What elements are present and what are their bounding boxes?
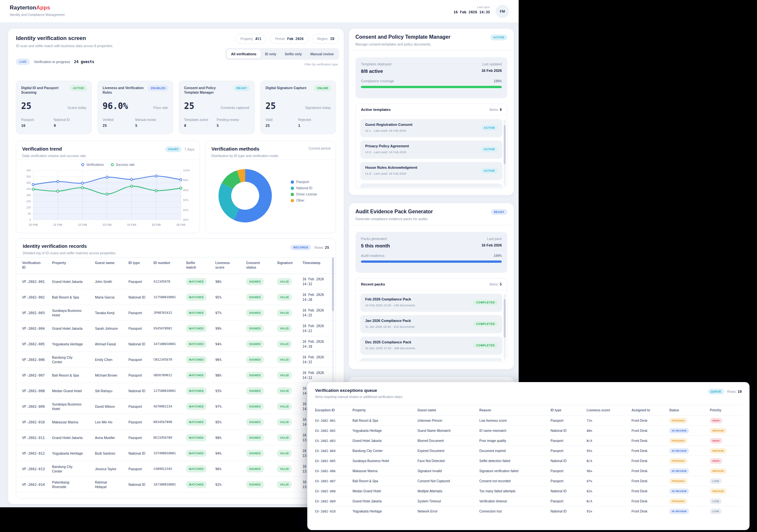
brand-logo[interactable]: RaytertonApps [10, 5, 50, 11]
cell-guest-name: Michael Brown [95, 368, 129, 383]
legend-item-success-rate: Success rate [111, 163, 135, 166]
audit-stat-value: 5 this month [361, 243, 390, 249]
high-badge: HIGH [710, 458, 722, 464]
table-row[interactable]: VF-2602-004Grand Hotel JakartaSarah John… [16, 321, 336, 336]
exception-row[interactable]: EX-2602-010Yogyakarta HeritageNetwork Er… [315, 506, 742, 517]
cell-liveness-score: 96% [215, 461, 246, 477]
audit-meta-value: 16 Feb 2026 [482, 243, 502, 247]
exception-row[interactable]: EX-2602-003Grand Hotel JakartaBlurred Do… [315, 436, 742, 446]
cell-id-number: JP98765432 [154, 305, 186, 321]
filter-period[interactable]: PeriodFeb 2026 [270, 34, 308, 44]
cell-liveness-score: 99% [215, 321, 246, 336]
cell-status: PENDING [669, 456, 710, 466]
exception-row[interactable]: EX-2602-009Grand Hotel JakartaSystem Tim… [315, 496, 742, 506]
table-row[interactable]: VF-2602-010Makassar MarinaLee Min HoPass… [16, 414, 336, 430]
exception-row[interactable]: EX-2602-007Bali Resort & SpaConsent Not … [315, 476, 742, 486]
active-badge: ACTIVE [70, 85, 87, 91]
stat-card-title: Liveness and Verification Rules [103, 85, 146, 95]
audit-generator-card: Audit Evidence Pack Generator Generate c… [349, 203, 514, 369]
consent-status-badge: ACTIVE [490, 35, 507, 40]
cell-reason: Low liveness score [479, 416, 551, 426]
table-row[interactable]: VF-2602-005Yogyakarta HeritageAhmad Fais… [16, 336, 336, 352]
signed-badge: SIGNED [246, 372, 264, 379]
exception-row[interactable]: EX-2602-002Yogyakarta HeritageGuest Name… [315, 426, 742, 436]
exception-row[interactable]: EX-2602-001Bali Resort & SpaUnknown Pers… [315, 416, 742, 426]
valid-badge: VALID [277, 387, 292, 395]
pack-item[interactable]: Feb 2026 Compliance Pack16 Feb 2026 10:3… [360, 294, 502, 312]
records-scrollbar-thumb[interactable] [332, 257, 334, 311]
pack-item[interactable]: Dec 2025 Compliance Pack31 Dec 2025 17:2… [360, 337, 502, 355]
stat-sub-value: 1 [298, 124, 331, 128]
pack-item[interactable]: Nov 2025 Compliance PackCOMPLETED [360, 358, 502, 361]
filter-label: Property [240, 37, 253, 41]
svg-text:300: 300 [26, 181, 31, 184]
signed-badge: SIGNED [246, 403, 264, 410]
consent-stat-value: 8/8 active [361, 68, 391, 74]
packs-scrollbar-thumb[interactable] [504, 299, 506, 338]
filter-property[interactable]: PropertyAll [235, 34, 266, 44]
tab-id-only[interactable]: ID only [261, 49, 281, 59]
signed-badge: SIGNED [246, 434, 264, 441]
table-row[interactable]: VF-2602-001Grand Hotel JakartaJohn Smith… [16, 274, 336, 289]
pending-badge: PENDING [669, 418, 687, 423]
stat-card-3[interactable]: Consent and Policy Template ManagerREADY… [179, 81, 255, 134]
templates-scrollbar[interactable] [504, 119, 506, 186]
table-row[interactable]: VF-2602-014Palembang RiversideRahmat Hid… [16, 477, 336, 492]
donut-legend: PassportNational IDDriver LicenseOther [291, 180, 317, 202]
template-item[interactable]: Payment AuthorizationACTIVE [360, 183, 502, 188]
matched-badge: MATCHED [186, 340, 206, 348]
cell-selfie-match: MATCHED [186, 399, 215, 414]
filter-region[interactable]: RegionID [313, 34, 339, 44]
table-row[interactable]: VF-2602-011Grand Hotel JakartaAnna Muell… [16, 430, 336, 446]
cell-status: PENDING [669, 476, 710, 486]
matched-badge: MATCHED [186, 403, 206, 410]
filter-value: Feb 2026 [287, 37, 304, 41]
audit-progress-value: 100% [494, 254, 502, 257]
cell-selfie-match: MATCHED [186, 461, 215, 477]
audit-stat-label: Packs generated [361, 237, 390, 241]
cell-selfie-match: MATCHED [186, 383, 215, 399]
donut-slice-national-id [219, 183, 239, 220]
exception-row[interactable]: EX-2602-006Makassar MarinaSignature Inva… [315, 466, 742, 476]
table-row[interactable]: VF-2602-007Bali Resort & SpaMichael Brow… [16, 368, 336, 383]
stat-card-2[interactable]: Liveness and Verification RulesENABLED96… [98, 81, 173, 134]
template-item[interactable]: House Rules Acknowledgmentv1.8 · Last us… [360, 162, 502, 180]
templates-list-title: Active templates [361, 108, 390, 111]
table-row[interactable]: VF-2602-002Bali Resort & SpaMaria Garcia… [16, 289, 336, 305]
table-row[interactable]: VF-2602-013Bandung City CenterJessica Ta… [16, 461, 336, 477]
exception-row[interactable]: EX-2602-005Surabaya Business HotelFace N… [315, 456, 742, 466]
avatar[interactable]: FM [496, 5, 509, 18]
tab-selfie-only[interactable]: Selfie only [281, 49, 306, 59]
table-row[interactable]: VF-2602-012Yogyakarta HeritageBudi Santo… [16, 446, 336, 461]
stat-sub-value: 8 [184, 124, 217, 128]
svg-text:14 Feb: 14 Feb [127, 223, 136, 226]
stat-sub-value: 9 [54, 124, 86, 128]
legend-dot-icon [291, 193, 294, 196]
templates-scrollbar-thumb[interactable] [504, 125, 506, 164]
tab-hint: Filter by verification type [305, 62, 338, 66]
cell-reason: Selfie detection failed [479, 456, 551, 466]
methods-header: Verification methods Distribution by ID … [205, 141, 336, 160]
table-row[interactable]: VF-2602-003Surabaya Business HotelTanaka… [16, 305, 336, 321]
tab-all-verifications[interactable]: All verifications [227, 49, 260, 59]
live-text: Verification in progress [34, 60, 70, 64]
exception-row[interactable]: EX-2602-004Bandung City CenterExpired Do… [315, 446, 742, 456]
table-row[interactable]: VF-2602-009Surabaya Business HotelDavid … [16, 399, 336, 414]
stat-card-4[interactable]: Digital Signature CaptureONLINE25Signatu… [260, 81, 336, 134]
cell-id-type: National ID [129, 477, 154, 492]
recent-packs-box: Recent packs Items: 5 Feb 2026 Complianc… [355, 278, 507, 362]
medium-badge: MEDIUM [710, 468, 726, 474]
cell-id-number: US45678901 [154, 321, 186, 336]
stat-card-1[interactable]: Digital ID and Passport ScanningACTIVE25… [16, 81, 92, 134]
packs-scrollbar[interactable] [504, 294, 506, 359]
exception-row[interactable]: EX-2602-008Medan Grand HotelMultiple Att… [315, 486, 742, 496]
svg-text:16 Feb: 16 Feb [176, 223, 185, 226]
table-row[interactable]: VF-2602-008Medan Grand HotelSiti RahayuN… [16, 383, 336, 399]
template-item[interactable]: Guest Registration Consentv2.1 · Last us… [360, 119, 502, 137]
template-item[interactable]: Privacy Policy Agreementv3.0 · Last used… [360, 140, 502, 159]
table-row[interactable]: VF-2602-006Bandung City CenterEmily Chen… [16, 352, 336, 368]
audit-header: Audit Evidence Pack Generator Generate c… [349, 203, 514, 225]
tab-manual-review[interactable]: Manual review [306, 49, 338, 59]
pack-item[interactable]: Jan 2026 Compliance Pack31 Jan 2026 18:4… [360, 315, 502, 333]
template-meta: v1.8 · Last used: 16 Feb 2026 [365, 172, 498, 175]
